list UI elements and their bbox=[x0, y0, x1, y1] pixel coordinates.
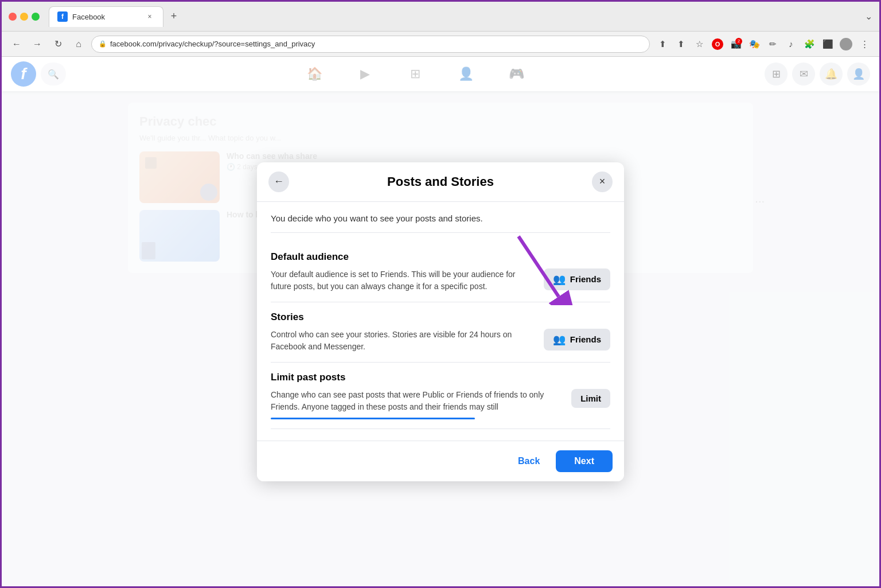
extension2-icon[interactable]: 🎭 bbox=[746, 36, 762, 52]
reload-nav-button[interactable]: ↻ bbox=[50, 36, 66, 52]
address-bar[interactable]: 🔒 facebook.com/privacy/checkup/?source=s… bbox=[91, 36, 650, 53]
modal-overlay: ← Posts and Stories × You decide who you… bbox=[2, 57, 879, 586]
section-text-stories: Control who can see your stories. Storie… bbox=[271, 329, 535, 353]
stories-audience-label: Friends bbox=[570, 334, 601, 344]
opera-icon[interactable]: O bbox=[710, 36, 726, 52]
stories-friends-icon: 👥 bbox=[553, 333, 566, 346]
profile-avatar bbox=[840, 38, 852, 50]
default-audience-label: Friends bbox=[570, 274, 601, 284]
extension3-icon[interactable]: ✏ bbox=[765, 36, 781, 52]
stories-audience-button[interactable]: 👥 Friends bbox=[544, 329, 610, 351]
tab-favicon: f bbox=[57, 11, 68, 22]
browser-toolbar: ← → ↻ ⌂ 🔒 facebook.com/privacy/checkup/?… bbox=[2, 32, 879, 57]
modal-title: Posts and Stories bbox=[289, 174, 592, 189]
section-title-stories: Stories bbox=[271, 311, 610, 323]
url-text: facebook.com/privacy/checkup/?source=set… bbox=[110, 40, 315, 48]
extension-icon[interactable]: 📷 2 bbox=[728, 36, 744, 52]
modal-close-button[interactable]: × bbox=[592, 172, 613, 192]
forward-nav-button[interactable]: → bbox=[29, 36, 45, 52]
new-tab-button[interactable]: + bbox=[166, 9, 182, 25]
star-icon[interactable]: ☆ bbox=[691, 36, 707, 52]
modal-section-stories: Stories Control who can see your stories… bbox=[271, 302, 610, 363]
close-window-button[interactable] bbox=[9, 13, 17, 21]
posts-stories-modal: ← Posts and Stories × You decide who you… bbox=[257, 162, 624, 481]
tab-bar: f Facebook × + bbox=[49, 6, 860, 27]
window-menu-button[interactable]: ⌄ bbox=[865, 11, 872, 22]
purple-arrow-annotation bbox=[507, 231, 576, 305]
minimize-window-button[interactable] bbox=[20, 13, 28, 21]
lock-icon: 🔒 bbox=[99, 40, 107, 48]
section-text-wrapper: Change who can see past posts that were … bbox=[271, 389, 562, 419]
sidebar-toggle-icon[interactable]: ⬛ bbox=[820, 36, 836, 52]
default-audience-button[interactable]: 👥 Friends bbox=[544, 268, 610, 290]
friends-icon: 👥 bbox=[553, 273, 566, 286]
scroll-indicator bbox=[271, 418, 475, 419]
modal-body[interactable]: You decide who you want to see your post… bbox=[257, 202, 624, 441]
modal-footer-back-button[interactable]: Back bbox=[509, 451, 549, 471]
modal-footer: Back Next bbox=[257, 441, 624, 481]
download-icon[interactable]: ⬆ bbox=[654, 36, 671, 52]
extension-badge: 2 bbox=[735, 38, 742, 45]
browser-menu-button[interactable]: ⋮ bbox=[856, 36, 872, 52]
browser-tab-facebook[interactable]: f Facebook × bbox=[49, 6, 163, 27]
section-title-default-audience: Default audience bbox=[271, 251, 610, 263]
extension5-icon[interactable]: 🧩 bbox=[801, 36, 817, 52]
modal-header: ← Posts and Stories × bbox=[257, 162, 624, 202]
limit-button-label: Limit bbox=[580, 394, 601, 403]
browser-frame: f Facebook × + ⌄ ← → ↻ ⌂ 🔒 facebook.com/… bbox=[2, 2, 879, 586]
section-text-limit-past-posts: Change who can see past posts that were … bbox=[271, 389, 562, 413]
section-content-stories: Control who can see your stories. Storie… bbox=[271, 329, 610, 353]
traffic-lights bbox=[9, 13, 40, 21]
browser-titlebar: f Facebook × + ⌄ bbox=[2, 2, 879, 32]
tab-title: Facebook bbox=[72, 13, 140, 21]
facebook-page: f 🔍 🏠 ▶ ⊞ 👤 🎮 ⊞ ✉ 🔔 👤 Privacy chec We'll bbox=[2, 57, 879, 586]
tab-close-button[interactable]: × bbox=[145, 11, 155, 22]
limit-past-posts-button[interactable]: Limit bbox=[571, 389, 610, 408]
modal-section-default-audience: Default audience Your default audience i… bbox=[271, 242, 610, 302]
modal-footer-next-button[interactable]: Next bbox=[556, 450, 613, 472]
section-text-default-audience: Your default audience is set to Friends.… bbox=[271, 268, 535, 293]
profile-icon[interactable] bbox=[838, 36, 854, 52]
modal-intro-text: You decide who you want to see your post… bbox=[271, 213, 610, 233]
modal-section-limit-past-posts: Limit past posts Change who can see past… bbox=[271, 363, 610, 429]
section-content-limit-past-posts: Change who can see past posts that were … bbox=[271, 389, 610, 419]
toolbar-actions: ⬆ ⬆ ☆ O 📷 2 🎭 ✏ ♪ 🧩 ⬛ ⋮ bbox=[654, 36, 872, 52]
modal-back-button[interactable]: ← bbox=[268, 172, 289, 192]
maximize-window-button[interactable] bbox=[32, 13, 40, 21]
home-nav-button[interactable]: ⌂ bbox=[71, 36, 87, 52]
extension4-icon[interactable]: ♪ bbox=[783, 36, 799, 52]
back-nav-button[interactable]: ← bbox=[9, 36, 25, 52]
section-content-default-audience: Your default audience is set to Friends.… bbox=[271, 268, 610, 293]
section-title-limit-past-posts: Limit past posts bbox=[271, 372, 610, 383]
share-icon[interactable]: ⬆ bbox=[673, 36, 689, 52]
